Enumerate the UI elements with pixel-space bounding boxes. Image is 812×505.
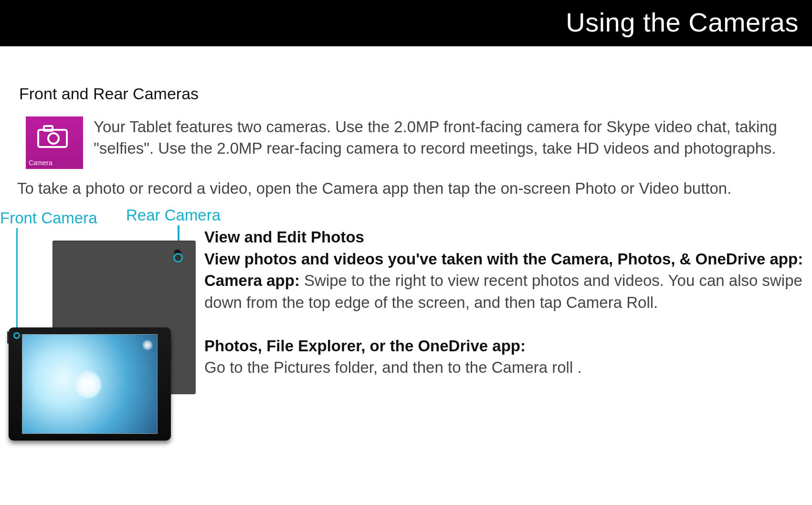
tablet-front-illustration [9,327,171,441]
wallpaper-flare-icon [143,340,152,350]
rear-camera-label: Rear Camera [126,206,221,224]
view-edit-heading: View and Edit Photos [204,226,811,248]
camera-app-tile: Camera [26,116,83,169]
device-button-icon [7,331,9,344]
camera-app-line: Camera app: Swipe to the right to view r… [204,270,811,313]
svg-point-2 [48,133,59,144]
device-screen [22,334,158,434]
intro-text: Your Tablet features two cameras. Use th… [94,116,810,159]
device-button-icon [171,341,172,360]
photos-apps-text: Go to the Pictures folder, and then to t… [204,357,811,379]
page-title-bar: Using the Cameras [0,0,812,46]
instruction-paragraph: To take a photo or record a video, open … [17,178,795,200]
wallpaper-flower-icon [70,367,105,402]
svg-rect-1 [44,126,53,131]
page-title: Using the Cameras [566,7,799,37]
photos-apps-label: Photos, File Explorer, or the OneDrive a… [204,335,811,357]
view-apps-heading: View photos and videos you've taken with… [204,248,811,270]
section-heading: Front and Rear Cameras [19,84,812,103]
camera-icon [37,125,68,148]
front-camera-leader-line [16,228,18,333]
camera-app-label: Camera app: [204,272,300,289]
view-edit-section: View and Edit Photos View photos and vid… [204,226,812,379]
front-camera-label: Front Camera [0,209,97,227]
camera-tile-label: Camera [29,159,53,167]
